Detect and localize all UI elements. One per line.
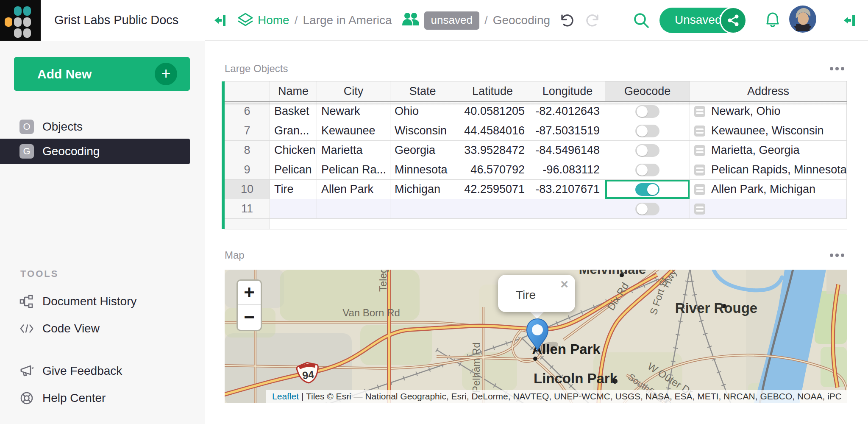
city-cell[interactable]: Newark bbox=[317, 102, 390, 121]
sidebar-item-document-history[interactable]: Document History bbox=[0, 292, 205, 311]
lat-cell[interactable] bbox=[455, 199, 530, 219]
lng-cell[interactable]: -82.4012643 bbox=[530, 102, 605, 121]
address-card-icon bbox=[694, 145, 705, 156]
zoom-out-button[interactable]: − bbox=[238, 305, 261, 330]
column-header-state[interactable]: State bbox=[390, 81, 455, 101]
column-header-lat[interactable]: Latitude bbox=[455, 81, 530, 101]
state-cell[interactable]: Wisconsin bbox=[390, 121, 455, 141]
geocode-cell[interactable] bbox=[605, 141, 690, 160]
leaflet-link[interactable]: Leaflet bbox=[272, 391, 299, 401]
column-header-num[interactable] bbox=[225, 81, 270, 101]
column-header-city[interactable]: City bbox=[317, 81, 390, 101]
sidebar-item-code-view[interactable]: Code View bbox=[0, 319, 205, 338]
row-number[interactable]: 10 bbox=[225, 180, 270, 199]
geocode-toggle[interactable] bbox=[635, 164, 659, 176]
row-number[interactable]: 8 bbox=[225, 141, 270, 160]
column-header-address[interactable]: Address bbox=[690, 81, 847, 101]
state-cell[interactable]: Georgia bbox=[390, 141, 455, 160]
breadcrumb-page-name[interactable]: Geocoding bbox=[493, 14, 550, 27]
column-header-lng[interactable]: Longitude bbox=[530, 81, 605, 101]
doc-pages-button[interactable] bbox=[236, 0, 255, 41]
name-cell[interactable]: Pelican bbox=[270, 160, 317, 180]
address-cell[interactable]: Allen Park, Michigan bbox=[690, 180, 847, 199]
address-cell[interactable]: Pelican Rapids, Minnesota bbox=[690, 160, 847, 180]
share-button[interactable] bbox=[720, 7, 747, 34]
search-button[interactable] bbox=[632, 0, 651, 41]
row-number[interactable]: 7 bbox=[225, 121, 270, 141]
city-cell[interactable]: Marietta bbox=[317, 141, 390, 160]
add-row-strip[interactable] bbox=[225, 219, 847, 229]
collapse-left-icon bbox=[214, 14, 226, 27]
map-widget-title: Map bbox=[225, 249, 245, 261]
redo-button[interactable] bbox=[585, 0, 604, 41]
lng-cell[interactable]: -87.5031519 bbox=[530, 121, 605, 141]
notifications-button[interactable] bbox=[763, 0, 782, 41]
unsaved-save-button[interactable]: Unsaved bbox=[659, 8, 746, 33]
geocode-cell[interactable] bbox=[605, 180, 690, 199]
popup-close-button[interactable]: × bbox=[560, 276, 568, 292]
collapse-left-panel-button[interactable] bbox=[213, 0, 227, 41]
geocode-cell[interactable] bbox=[605, 121, 690, 141]
city-cell[interactable]: Allen Park bbox=[317, 180, 390, 199]
breadcrumb-doc-name[interactable]: Large in America bbox=[303, 14, 392, 27]
workspace-title: Grist Labs Public Docs bbox=[54, 0, 178, 40]
geocode-cell[interactable] bbox=[605, 102, 690, 121]
geocode-toggle[interactable] bbox=[635, 144, 659, 157]
row-number[interactable]: 9 bbox=[225, 160, 270, 180]
lng-cell[interactable] bbox=[530, 199, 605, 219]
address-cell[interactable]: Marietta, Georgia bbox=[690, 141, 847, 160]
lat-cell[interactable]: 46.570792 bbox=[455, 160, 530, 180]
name-cell[interactable]: Gran... bbox=[270, 121, 317, 141]
sidebar-item-help-center[interactable]: Help Center bbox=[0, 389, 205, 407]
geocode-toggle[interactable] bbox=[635, 183, 659, 196]
lat-cell[interactable]: 33.9528472 bbox=[455, 141, 530, 160]
address-cell[interactable]: Newark, Ohio bbox=[690, 102, 847, 121]
name-cell[interactable] bbox=[270, 199, 317, 219]
breadcrumb-home-link[interactable]: Home bbox=[258, 14, 289, 27]
state-cell[interactable] bbox=[390, 199, 455, 219]
state-cell[interactable]: Michigan bbox=[390, 180, 455, 199]
geocode-cell[interactable] bbox=[605, 199, 690, 219]
city-cell[interactable]: Kewaunee bbox=[317, 121, 390, 141]
geocode-cell[interactable] bbox=[605, 160, 690, 180]
lat-cell[interactable]: 40.0581205 bbox=[455, 102, 530, 121]
map-widget-menu-button[interactable] bbox=[830, 251, 847, 259]
address-cell[interactable]: Kewaunee, Wisconsin bbox=[690, 121, 847, 141]
column-header-name[interactable]: Name bbox=[270, 81, 317, 101]
geocode-toggle[interactable] bbox=[635, 105, 659, 118]
lng-cell[interactable]: -84.5496148 bbox=[530, 141, 605, 160]
map-label-lincoln-park: Lincoln Park bbox=[534, 371, 618, 386]
state-cell[interactable]: Minnesota bbox=[390, 160, 455, 180]
row-number[interactable]: 11 bbox=[225, 199, 270, 219]
code-icon bbox=[19, 322, 34, 335]
breadcrumb-separator: / bbox=[295, 14, 298, 27]
state-cell[interactable]: Ohio bbox=[390, 102, 455, 121]
address-cell[interactable] bbox=[690, 199, 847, 219]
add-row-stub[interactable] bbox=[225, 219, 270, 229]
avatar[interactable] bbox=[789, 6, 816, 33]
sidebar-item-objects[interactable]: O Objects bbox=[0, 116, 205, 138]
geocode-toggle[interactable] bbox=[635, 203, 659, 215]
name-cell[interactable]: Tire bbox=[270, 180, 317, 199]
lng-cell[interactable]: -83.2107671 bbox=[530, 180, 605, 199]
lat-cell[interactable]: 44.4584016 bbox=[455, 121, 530, 141]
name-cell[interactable]: Chicken bbox=[270, 141, 317, 160]
sidebar-item-geocoding[interactable]: G Geocoding bbox=[0, 139, 190, 164]
table-row-8: 8ChickenMariettaGeorgia33.9528472-84.549… bbox=[225, 141, 847, 160]
undo-button[interactable] bbox=[556, 0, 575, 41]
city-cell[interactable] bbox=[317, 199, 390, 219]
city-cell[interactable]: Pelican Ra... bbox=[317, 160, 390, 180]
geocode-toggle[interactable] bbox=[635, 125, 659, 137]
table-widget-menu-button[interactable] bbox=[830, 64, 847, 73]
row-number[interactable]: 6 bbox=[225, 102, 270, 121]
grist-logo[interactable] bbox=[0, 0, 41, 41]
lng-cell[interactable]: -96.083112 bbox=[530, 160, 605, 180]
column-header-geocode[interactable]: Geocode bbox=[605, 81, 690, 101]
zoom-in-button[interactable]: + bbox=[238, 281, 261, 305]
map-widget[interactable]: 94 Melvindale Van Born Rd Telegraph Rd P… bbox=[225, 270, 847, 403]
add-new-button[interactable]: Add New + bbox=[14, 57, 190, 91]
name-cell[interactable]: Basket bbox=[270, 102, 317, 121]
lat-cell[interactable]: 42.2595071 bbox=[455, 180, 530, 199]
sidebar-item-give-feedback[interactable]: Give Feedback bbox=[0, 362, 205, 380]
collapse-right-panel-button[interactable] bbox=[841, 0, 858, 41]
